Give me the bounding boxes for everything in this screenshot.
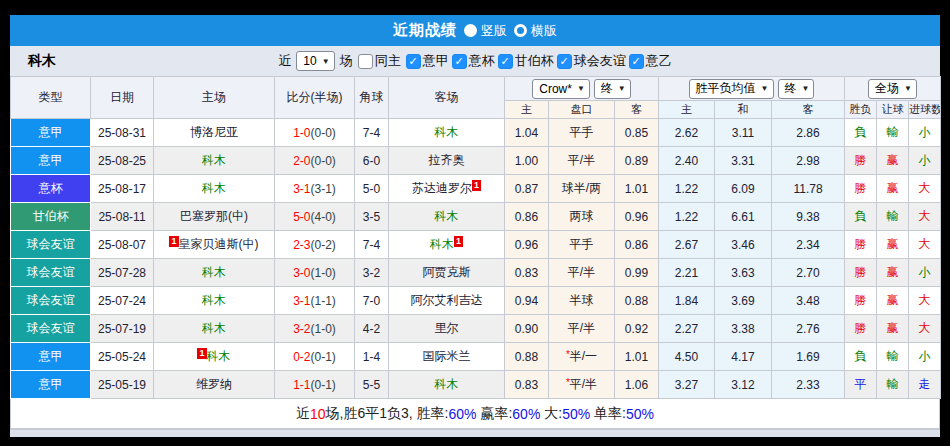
- euro-time-select[interactable]: 终 ▼: [778, 79, 815, 99]
- bookmaker-select[interactable]: Crow* ▼: [532, 79, 590, 99]
- result-wdl: 負: [845, 119, 877, 147]
- league-cell: 意甲: [11, 343, 91, 371]
- checkbox-icon[interactable]: ✓: [498, 54, 513, 69]
- result-handicap: 輸: [877, 371, 909, 399]
- euro-avg-select-value: 胜平负均值: [696, 80, 756, 97]
- league-filter-label: 意杯: [469, 52, 495, 70]
- asian-home-odds: 0.86: [505, 203, 549, 231]
- euro-draw-odds: 4.17: [715, 343, 772, 371]
- euro-away-odds: 2.98: [772, 147, 845, 175]
- match-row: 意甲25-08-31博洛尼亚1-0(0-0)7-4科木1.04平手0.852.6…: [11, 119, 941, 147]
- home-team-cell: 博洛尼亚: [154, 119, 275, 147]
- league-cell: 意杯: [11, 175, 91, 203]
- asian-away-odds: 1.06: [615, 371, 659, 399]
- date-cell: 25-08-07: [91, 231, 154, 259]
- games-label: 场: [340, 52, 353, 70]
- date-cell: 25-07-24: [91, 287, 154, 315]
- same-home-label: 同主: [375, 52, 401, 70]
- league-filter-checkbox[interactable]: ✓意杯: [452, 52, 495, 70]
- league-cell: 球会友谊: [11, 287, 91, 315]
- league-cell: 甘伯杯: [11, 203, 91, 231]
- recent-results-panel: 近期战绩 竖版 横版 科木 近 10 ▼ 场 同主 ✓意甲✓意杯✓甘伯杯✓球会友…: [10, 15, 940, 433]
- euro-draw-odds: 6.61: [715, 203, 772, 231]
- date-cell: 25-05-19: [91, 371, 154, 399]
- results-table: 类型 日期 主场 比分(半场) 角球 客场 Crow* ▼ 终 ▼: [10, 76, 941, 399]
- asian-away-odds: 0.85: [615, 119, 659, 147]
- radio-unselected-icon[interactable]: [514, 24, 527, 37]
- league-filter-label: 意甲: [423, 52, 449, 70]
- asian-odds-header: Crow* ▼ 终 ▼: [505, 77, 659, 101]
- result-wdl: 勝: [845, 175, 877, 203]
- layout-radio-vertical[interactable]: 竖版: [464, 22, 507, 40]
- result-wdl: 平: [845, 371, 877, 399]
- result-handicap: 赢: [877, 259, 909, 287]
- summary-segment: 10: [310, 406, 326, 422]
- scope-select[interactable]: 全场 ▼: [868, 79, 917, 99]
- recent-count-select[interactable]: 10 ▼: [296, 51, 334, 71]
- league-filter-checkbox[interactable]: ✓甘伯杯: [498, 52, 554, 70]
- radio-selected-icon[interactable]: [464, 24, 477, 37]
- handicap-line: 球半/两: [549, 175, 615, 203]
- asian-away-odds: 0.92: [615, 315, 659, 343]
- away-team-cell: 苏达迪罗尔1: [389, 175, 505, 203]
- result-handicap: 赢: [877, 175, 909, 203]
- result-goals: 大: [909, 203, 941, 231]
- match-row: 意甲25-05-19维罗纳1-1(0-1)5-5科木0.83*平/半1.063.…: [11, 371, 941, 399]
- red-badge: 1: [197, 348, 206, 359]
- euro-draw-odds: 3.12: [715, 371, 772, 399]
- sub-header-euro-home: 主: [659, 101, 715, 119]
- summary-segment: 60%: [449, 406, 477, 422]
- league-filter-checkbox[interactable]: ✓球会友谊: [557, 52, 626, 70]
- asian-time-select[interactable]: 终 ▼: [594, 79, 631, 99]
- sub-header-wdl: 胜负: [845, 101, 877, 119]
- league-checkboxes: ✓意甲✓意杯✓甘伯杯✓球会友谊✓意乙: [406, 52, 672, 70]
- checkbox-icon[interactable]: ✓: [629, 54, 644, 69]
- radio-vertical-label: 竖版: [481, 22, 507, 40]
- corners-cell: 1-4: [355, 343, 389, 371]
- asian-away-odds: 0.89: [615, 147, 659, 175]
- asian-away-odds: 1.01: [615, 175, 659, 203]
- checkbox-icon[interactable]: ✓: [406, 54, 421, 69]
- handicap-line: 平手: [549, 119, 615, 147]
- away-team-cell: 阿贾克斯: [389, 259, 505, 287]
- euro-time-select-value: 终: [785, 80, 797, 97]
- summary-bar: 近10场,胜6平1负3, 胜率:60% 赢率:60% 大:50% 单率:50%: [10, 399, 940, 429]
- league-filter-label: 球会友谊: [574, 52, 626, 70]
- result-goals: 走: [909, 371, 941, 399]
- league-filter-label: 意乙: [646, 52, 672, 70]
- corners-cell: 7-4: [355, 231, 389, 259]
- home-team-cell: 维罗纳: [154, 371, 275, 399]
- result-goals: 大: [909, 287, 941, 315]
- checkbox-icon[interactable]: ✓: [557, 54, 572, 69]
- date-cell: 25-08-31: [91, 119, 154, 147]
- layout-radio-horizontal[interactable]: 横版: [514, 22, 557, 40]
- corners-cell: 6-0: [355, 147, 389, 175]
- match-row: 意甲25-08-25科木2-0(0-0)6-0拉齐奥1.00平/半0.892.4…: [11, 147, 941, 175]
- league-filter-checkbox[interactable]: ✓意甲: [406, 52, 449, 70]
- euro-away-odds: 3.48: [772, 287, 845, 315]
- home-team-cell: 科木: [154, 175, 275, 203]
- near-label: 近: [278, 52, 291, 70]
- checkbox-icon[interactable]: ✓: [452, 54, 467, 69]
- euro-avg-select[interactable]: 胜平负均值 ▼: [689, 79, 774, 99]
- red-badge: 1: [472, 180, 481, 191]
- same-home-checkbox[interactable]: 同主: [358, 52, 401, 70]
- euro-home-odds: 3.27: [659, 371, 715, 399]
- score-cell: 2-0(0-0): [275, 147, 355, 175]
- checkbox-icon[interactable]: [358, 54, 373, 69]
- match-row: 球会友谊25-07-19科木3-2(1-0)4-2里尔0.90平/半0.922.…: [11, 315, 941, 343]
- sub-header-euro-away: 客: [772, 101, 845, 119]
- date-cell: 25-08-11: [91, 203, 154, 231]
- title-bar: 近期战绩 竖版 横版: [10, 15, 940, 46]
- corners-cell: 7-4: [355, 119, 389, 147]
- match-row: 意杯25-08-17科木3-1(3-1)5-0苏达迪罗尔10.87球半/两1.0…: [11, 175, 941, 203]
- score-cell: 3-0(1-0): [275, 259, 355, 287]
- match-row: 球会友谊25-07-24科木3-1(1-1)7-0阿尔艾利吉达0.94半球0.8…: [11, 287, 941, 315]
- league-filter-checkbox[interactable]: ✓意乙: [629, 52, 672, 70]
- asian-time-select-value: 终: [601, 80, 613, 97]
- handicap-line: 平/半: [549, 147, 615, 175]
- euro-draw-odds: 3.31: [715, 147, 772, 175]
- sub-header-asian-home: 主: [505, 101, 549, 119]
- result-goals: 大: [909, 175, 941, 203]
- handicap-line: 平手: [549, 231, 615, 259]
